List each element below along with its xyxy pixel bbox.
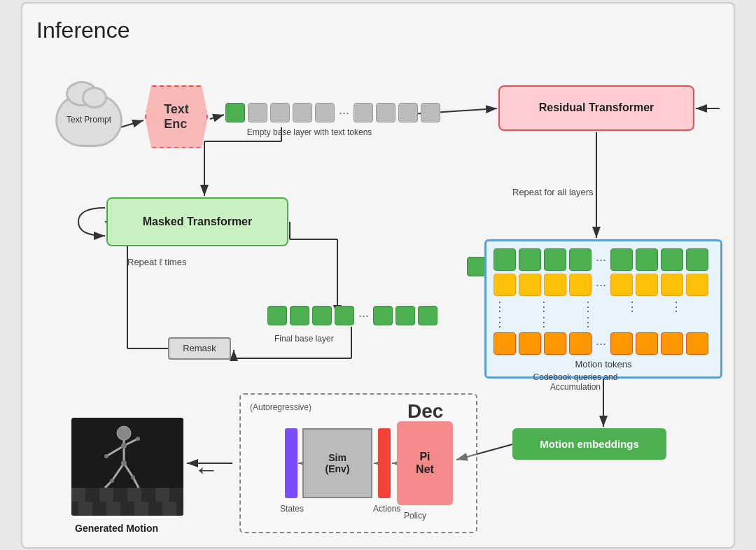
text-prompt-cloud: Text Prompt: [57, 96, 120, 145]
token-gray-4: [315, 103, 335, 122]
svg-point-57: [121, 460, 127, 466]
mt-green-3: [544, 248, 566, 271]
arrow-to-motion: ←: [194, 455, 219, 484]
states-bar: [285, 428, 298, 498]
mt-orange-5: [610, 332, 633, 355]
mt-orange-1: [493, 332, 516, 355]
token-gray-1: [248, 103, 267, 122]
cloud-label: Text Prompt: [66, 115, 111, 126]
dec-label: Dec: [407, 400, 443, 423]
svg-rect-33: [85, 488, 99, 502]
residual-transformer-label: Residual Transformer: [539, 101, 654, 114]
mt-yellow-1: [493, 274, 516, 296]
mt-green-1: [493, 248, 516, 271]
final-token-2: [290, 306, 309, 325]
svg-rect-34: [99, 488, 113, 502]
svg-rect-40: [78, 502, 92, 516]
svg-point-58: [104, 454, 108, 458]
repeat-l-label: Repeat ℓ times: [127, 257, 186, 267]
masked-transformer-box: Masked Transformer: [106, 197, 288, 246]
mt-yellow-4: [569, 274, 592, 296]
pi-net-box: PiNet: [397, 421, 453, 505]
svg-rect-42: [106, 502, 120, 516]
mt-green-4: [569, 248, 592, 271]
pi-net-label: PiNet: [416, 451, 434, 476]
human-figure: [71, 418, 183, 516]
token-row-2: ···: [493, 274, 713, 296]
mt-green-8: [686, 248, 708, 271]
svg-rect-35: [113, 488, 127, 502]
svg-rect-41: [92, 502, 106, 516]
svg-rect-47: [176, 502, 183, 516]
dots-5: ···: [596, 332, 606, 355]
svg-line-3: [210, 115, 224, 119]
mt-green-5: [610, 248, 633, 271]
token-gray-3: [293, 103, 312, 122]
mt-green-6: [636, 248, 658, 271]
dots-1: ···: [339, 103, 349, 122]
final-token-3: [312, 306, 332, 325]
token-sequence-top: ···: [225, 103, 440, 122]
dots-2: ···: [358, 306, 369, 325]
text-enc-label: TextEnc: [164, 102, 189, 132]
mt-green-2: [519, 248, 541, 271]
remask-label: Remask: [183, 343, 216, 353]
actions-label: Actions: [373, 504, 400, 514]
token-gray-6: [376, 103, 396, 122]
token-gray-5: [354, 103, 373, 122]
mt-orange-7: [661, 332, 683, 355]
mt-orange-8: [686, 332, 708, 355]
diagram: Text Prompt TextEnc ··· Empty base layer…: [36, 57, 720, 533]
mt-yellow-6: [636, 274, 658, 296]
token-gray-2: [270, 103, 290, 122]
main-container: Inference: [21, 2, 735, 549]
mt-orange-6: [636, 332, 658, 355]
actions-bar: [378, 428, 391, 498]
remask-box: Remask: [168, 337, 231, 360]
motion-embeddings-label: Motion embeddings: [540, 438, 639, 450]
small-green-token: [467, 257, 486, 276]
text-enc-box: TextEnc: [145, 85, 208, 148]
masked-transformer-label: Masked Transformer: [143, 216, 253, 228]
final-base-label: Final base layer: [274, 334, 334, 344]
svg-rect-32: [71, 488, 85, 502]
token-gray-7: [398, 103, 418, 122]
generated-motion-label: Generated Motion: [75, 523, 158, 534]
dots-3: ···: [596, 248, 606, 271]
svg-point-60: [110, 479, 114, 483]
motion-tokens-grid: ··· ···: [493, 248, 713, 355]
mt-yellow-7: [661, 274, 683, 296]
final-token-7: [418, 306, 438, 325]
autoregressive-label: (Autoregressive): [250, 402, 312, 412]
svg-rect-38: [155, 488, 169, 502]
mt-yellow-3: [544, 274, 566, 296]
svg-point-59: [136, 437, 140, 441]
token-gray-8: [421, 103, 440, 122]
page-title: Inference: [36, 17, 720, 43]
states-label: States: [280, 504, 304, 514]
mt-yellow-5: [610, 274, 633, 296]
svg-line-2: [120, 120, 144, 127]
token-green-1: [225, 103, 245, 122]
token-row-3: ···: [493, 332, 713, 355]
svg-point-56: [121, 443, 127, 449]
token-row-dots: ⋮ ⋮ ⋮ ⋮ ⋮ ⋮ ⋮ ⋮: [493, 299, 713, 330]
svg-rect-43: [120, 502, 134, 516]
dots-4: ···: [596, 274, 606, 296]
final-token-4: [335, 306, 354, 325]
residual-transformer-box: Residual Transformer: [498, 85, 694, 131]
motion-tokens-container: ··· ···: [484, 239, 722, 379]
svg-point-61: [131, 475, 135, 479]
sim-env-label: Sim(Env): [326, 452, 350, 474]
mt-orange-4: [569, 332, 592, 355]
sim-env-box: Sim(Env): [302, 428, 372, 498]
empty-base-label: Empty base layer with text tokens: [225, 127, 393, 137]
mt-orange-2: [519, 332, 541, 355]
svg-rect-36: [127, 488, 141, 502]
final-token-1: [267, 306, 287, 325]
svg-rect-44: [134, 502, 148, 516]
policy-label: Policy: [404, 511, 426, 521]
token-row-1: ···: [493, 248, 713, 271]
motion-embeddings-box: Motion embeddings: [512, 428, 666, 460]
final-base-tokens: ···: [267, 306, 438, 325]
